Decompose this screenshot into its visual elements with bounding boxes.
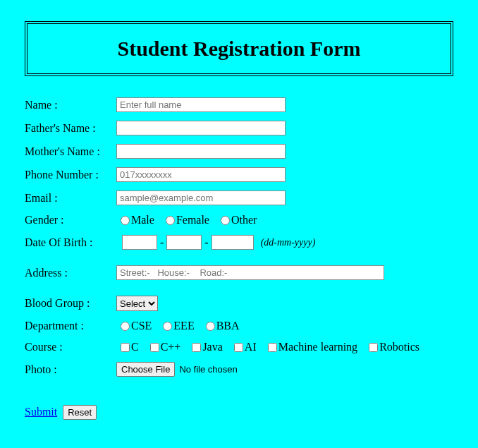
label-blood: Blood Group : [25, 297, 116, 310]
label-course: Course : [25, 341, 116, 353]
course-cpp-label: C++ [161, 341, 181, 353]
label-name: Name : [25, 99, 116, 111]
name-input[interactable] [116, 97, 286, 112]
dob-hint: (dd-mm-yyyy) [261, 237, 316, 248]
label-address: Address : [25, 267, 116, 279]
phone-input[interactable] [116, 167, 286, 182]
course-java-checkbox[interactable] [192, 343, 201, 352]
row-email: Email : [25, 190, 453, 205]
dept-bba-label: BBA [216, 320, 240, 332]
course-c-label: C [131, 341, 139, 353]
gender-female-label: Female [176, 214, 209, 226]
label-phone: Phone Number : [25, 169, 116, 181]
label-gender: Gender : [25, 214, 116, 226]
course-c-checkbox[interactable] [121, 343, 130, 352]
gender-male-label: Male [131, 214, 154, 226]
row-phone: Phone Number : [25, 167, 453, 182]
course-ml-checkbox[interactable] [268, 343, 277, 352]
dept-bba-radio[interactable] [206, 322, 215, 331]
actions-row: Submit Reset [25, 405, 453, 420]
title-inner: Student Registration Form [27, 23, 451, 74]
course-ai-checkbox[interactable] [234, 343, 243, 352]
label-email: Email : [25, 192, 116, 205]
row-dob: Date Of Birth : - - (dd-mm-yyyy) [25, 235, 453, 250]
row-name: Name : [25, 97, 453, 112]
dept-cse-label: CSE [131, 320, 152, 332]
row-photo: Photo : Choose File No file chosen [25, 362, 453, 377]
page-title: Student Registration Form [35, 37, 443, 61]
father-name-input[interactable] [116, 121, 286, 135]
dob-day-input[interactable] [122, 235, 157, 250]
choose-file-button[interactable]: Choose File [116, 362, 175, 377]
course-robotics-checkbox[interactable] [369, 343, 378, 352]
row-department: Department : CSE EEE BBA [25, 320, 453, 332]
row-mother: Mother's Name : [25, 144, 453, 159]
label-department: Department : [25, 320, 116, 332]
course-ml-label: Machine learning [278, 341, 357, 353]
label-dob: Date Of Birth : [25, 236, 116, 249]
dob-sep-1: - [160, 236, 164, 249]
registration-form: Student Registration Form Name : Father'… [0, 0, 478, 434]
dept-cse-radio[interactable] [121, 322, 130, 331]
course-cpp-checkbox[interactable] [150, 343, 159, 352]
label-mother: Mother's Name : [25, 145, 116, 158]
gender-male-radio[interactable] [121, 216, 130, 225]
label-photo: Photo : [25, 363, 116, 376]
file-status: No file chosen [179, 364, 237, 375]
gender-other-radio[interactable] [221, 216, 230, 225]
dob-year-input[interactable] [212, 235, 254, 250]
title-frame: Student Registration Form [25, 21, 453, 76]
row-address: Address : [25, 265, 453, 280]
gender-other-label: Other [231, 214, 257, 226]
dob-month-input[interactable] [166, 235, 202, 250]
label-father: Father's Name : [25, 122, 116, 135]
reset-button[interactable]: Reset [63, 405, 97, 420]
mother-name-input[interactable] [116, 144, 286, 159]
course-java-label: Java [202, 341, 222, 353]
blood-group-select[interactable]: Select [116, 296, 158, 311]
row-gender: Gender : Male Female Other [25, 214, 453, 226]
dept-eee-label: EEE [173, 320, 194, 332]
email-input[interactable] [116, 190, 286, 205]
submit-link[interactable]: Submit [25, 406, 57, 418]
address-input[interactable] [116, 265, 384, 280]
course-ai-label: AI [245, 341, 257, 353]
gender-female-radio[interactable] [166, 216, 175, 225]
row-blood: Blood Group : Select [25, 296, 453, 311]
dept-eee-radio[interactable] [163, 322, 172, 331]
row-father: Father's Name : [25, 121, 453, 135]
course-robotics-label: Robotics [379, 341, 419, 353]
row-course: Course : C C++ Java AI Machine learning [25, 341, 453, 353]
dob-sep-2: - [204, 236, 208, 249]
